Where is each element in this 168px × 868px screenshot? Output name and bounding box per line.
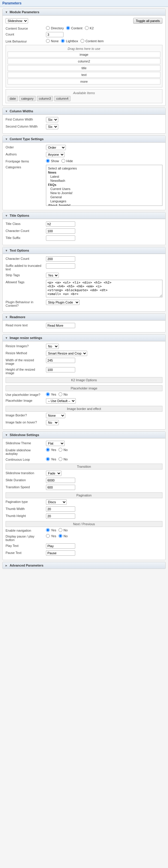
cat-general[interactable]: General [47,195,161,199]
authors-select[interactable]: Anyone [46,152,65,157]
slideshow-settings-collapse-icon[interactable]: ▼ [5,433,8,437]
frontpage-show[interactable]: Show [46,159,59,163]
title-options-collapse-icon[interactable]: ▼ [5,214,8,217]
pause-play-yes-radio[interactable] [46,534,50,538]
content-source-content[interactable]: Content [66,26,83,30]
link-content[interactable]: Content item [81,39,103,43]
drag-item-more[interactable]: more [8,79,160,85]
title-char-count-input[interactable] [46,228,75,234]
play-text-input[interactable] [46,544,75,549]
content-source-directory[interactable]: Directory [46,26,64,30]
cat-latest[interactable]: Latest [47,175,161,179]
panel-collapse-icon[interactable]: ▼ [5,10,8,14]
allowed-tags-textarea[interactable]: <p> <a> <ul> <li> <div> <h1> <h2> <h3> <… [46,280,162,297]
resize-images-select[interactable]: No Yes [46,344,59,349]
available-tag-category[interactable]: category [19,96,35,101]
use-placeholder-yes[interactable]: Yes [46,392,56,396]
image-resize-collapse-icon[interactable]: ▼ [5,336,8,340]
column-widths-collapse-icon[interactable]: ▼ [5,110,8,113]
available-tag-column3[interactable]: column3 [37,96,53,101]
pagination-type-select[interactable]: Discs Numbers None [46,499,67,505]
drag-item-title[interactable]: title [8,65,160,71]
cat-about-joomla[interactable]: About Joomla! [47,203,161,206]
autoplay-yes-radio[interactable] [46,448,50,452]
content-source-content-radio[interactable] [66,26,70,30]
available-tag-date[interactable]: date [8,96,18,101]
content-source-k2[interactable]: K2 [85,26,94,30]
content-type-collapse-icon[interactable]: ▼ [5,137,8,141]
link-none[interactable]: None [46,39,58,43]
continuous-loop-yes-radio[interactable] [46,457,50,461]
content-source-directory-radio[interactable] [46,26,50,30]
order-select[interactable]: Order Date Title Random [46,145,66,150]
read-more-text-label: Read more text [6,323,44,327]
link-lightbox[interactable]: Lightbox [61,39,78,43]
autoplay-yes[interactable]: Yes [46,448,56,452]
cat-current-users[interactable]: Current Users [47,187,161,191]
use-placeholder-no-radio[interactable] [58,392,62,396]
pause-play-no[interactable]: No [58,534,68,538]
pause-text-input[interactable] [46,550,75,556]
cat-new-to-joomla[interactable]: New to Joomla! [47,191,161,195]
use-placeholder-yes-radio[interactable] [46,392,50,396]
continuous-loop-no[interactable]: No [58,457,68,461]
content-source-k2-radio[interactable] [85,26,89,30]
second-column-width-select[interactable]: Six [46,124,58,129]
navigation-yes[interactable]: Yes [46,528,56,532]
slideshow-select[interactable]: Slideshow [6,18,28,24]
strip-tags-select[interactable]: Yes No [46,273,59,278]
pause-play-no-radio[interactable] [58,534,62,538]
drag-item-column2[interactable]: column2 [8,58,160,64]
link-lightbox-radio[interactable] [61,39,65,43]
drag-item-image[interactable]: image [8,52,160,58]
cat-newsflash[interactable]: Newsflash [47,179,161,183]
link-none-radio[interactable] [46,39,50,43]
drag-item-text[interactable]: text [8,72,160,78]
slide-duration-row: Slide Duration [6,478,162,483]
thumb-width-input[interactable] [46,506,75,512]
text-char-count-input[interactable] [46,256,75,261]
slideshow-transition-select[interactable]: Fade Slide None [46,471,61,476]
height-resized-input[interactable] [46,367,75,372]
readmore-collapse-icon[interactable]: ▼ [5,315,8,319]
categories-list[interactable]: Select all categories News Latest Newsfl… [46,165,162,206]
advanced-parameters-collapse-icon[interactable]: ► [5,564,8,567]
image-border-select[interactable]: None Thin Medium Thick [46,413,65,418]
available-tag-column4[interactable]: column4 [54,96,71,101]
use-placeholder-no[interactable]: No [58,392,68,396]
frontpage-show-radio[interactable] [46,159,50,163]
continuous-loop-no-radio[interactable] [58,457,62,461]
slideshow-theme-select[interactable]: Flat Dark Light Custom [46,441,65,446]
count-input[interactable] [46,32,64,37]
width-resized-input[interactable] [46,358,75,363]
plugin-behaviour-select[interactable]: Strip Plugin Code Run Plugin Code Keep P… [46,300,80,305]
frontpage-hide[interactable]: Hide [61,159,73,163]
frontpage-hide-radio[interactable] [61,159,65,163]
title-suffix-input[interactable] [46,236,75,241]
link-content-radio[interactable] [81,39,84,43]
navigation-no-radio[interactable] [58,528,62,532]
autoplay-no[interactable]: No [58,448,68,452]
navigation-no[interactable]: No [58,528,68,532]
navigation-yes-radio[interactable] [46,528,50,532]
read-more-text-input[interactable] [46,323,75,328]
slide-duration-input[interactable] [46,478,75,483]
cat-news[interactable]: News [47,170,161,175]
cat-faqs[interactable]: FAQs [47,183,161,187]
cat-select-all[interactable]: Select all categories [47,166,161,170]
toggle-all-panels-button[interactable]: Toggle all panels [133,18,162,24]
image-fade-select[interactable]: No Yes [46,420,59,425]
placeholder-image-select[interactable]: – Use Default – [46,398,76,403]
thumb-height-input[interactable] [46,514,75,519]
transition-speed-input[interactable] [46,485,75,490]
pause-play-yes[interactable]: Yes [46,534,56,538]
autoplay-no-radio[interactable] [58,448,62,452]
advanced-parameters-panel[interactable]: ► Advanced Parameters [2,562,166,569]
cat-languages[interactable]: Languages [47,199,161,203]
text-options-collapse-icon[interactable]: ▼ [5,249,8,252]
continuous-loop-yes[interactable]: Yes [46,457,56,461]
resize-method-select[interactable]: Smart Resize and Crop Resize Only Crop O… [46,351,87,356]
first-column-width-select[interactable]: Six [46,117,58,122]
suffix-truncated-input[interactable] [46,264,75,269]
title-class-input[interactable] [46,221,75,227]
